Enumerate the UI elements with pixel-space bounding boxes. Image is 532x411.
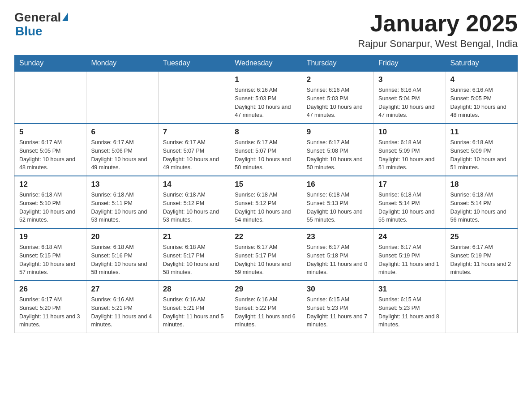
calendar-cell: 5Sunrise: 6:17 AMSunset: 5:05 PMDaylight… (15, 124, 86, 176)
title-block: January 2025 Rajpur Sonarpur, West Benga… (358, 11, 518, 50)
day-info: Sunrise: 6:18 AMSunset: 5:09 PMDaylight:… (378, 138, 441, 172)
week-row-1: 1Sunrise: 6:16 AMSunset: 5:03 PMDaylight… (15, 71, 518, 124)
day-number: 12 (19, 180, 82, 189)
header-thursday: Thursday (302, 56, 373, 72)
day-number: 20 (91, 232, 153, 241)
calendar-cell: 10Sunrise: 6:18 AMSunset: 5:09 PMDayligh… (374, 124, 446, 176)
calendar-cell (86, 71, 158, 124)
calendar-cell: 2Sunrise: 6:16 AMSunset: 5:03 PMDaylight… (302, 71, 373, 124)
calendar-cell: 3Sunrise: 6:16 AMSunset: 5:04 PMDaylight… (374, 71, 446, 124)
logo-general-text: General (14, 11, 61, 25)
week-row-5: 26Sunrise: 6:17 AMSunset: 5:20 PMDayligh… (15, 281, 518, 333)
day-info: Sunrise: 6:18 AMSunset: 5:12 PMDaylight:… (163, 191, 225, 224)
day-number: 16 (307, 180, 369, 189)
day-info: Sunrise: 6:18 AMSunset: 5:14 PMDaylight:… (450, 191, 513, 224)
calendar-cell: 29Sunrise: 6:16 AMSunset: 5:22 PMDayligh… (230, 281, 302, 333)
day-info: Sunrise: 6:17 AMSunset: 5:07 PMDaylight:… (163, 138, 225, 172)
header-friday: Friday (374, 56, 446, 72)
day-number: 8 (235, 128, 297, 137)
calendar-cell: 26Sunrise: 6:17 AMSunset: 5:20 PMDayligh… (15, 281, 86, 333)
day-info: Sunrise: 6:17 AMSunset: 5:17 PMDaylight:… (235, 243, 297, 277)
header-monday: Monday (86, 56, 158, 72)
day-number: 22 (235, 232, 297, 241)
calendar-cell: 16Sunrise: 6:18 AMSunset: 5:13 PMDayligh… (302, 176, 373, 228)
day-info: Sunrise: 6:18 AMSunset: 5:14 PMDaylight:… (378, 191, 441, 224)
day-info: Sunrise: 6:15 AMSunset: 5:23 PMDaylight:… (307, 295, 369, 329)
calendar-cell: 30Sunrise: 6:15 AMSunset: 5:23 PMDayligh… (302, 281, 373, 333)
logo-triangle-icon (62, 13, 68, 21)
page-title: January 2025 (358, 11, 518, 36)
calendar-cell: 15Sunrise: 6:18 AMSunset: 5:12 PMDayligh… (230, 176, 302, 228)
calendar-cell: 18Sunrise: 6:18 AMSunset: 5:14 PMDayligh… (446, 176, 517, 228)
day-info: Sunrise: 6:17 AMSunset: 5:08 PMDaylight:… (307, 138, 369, 172)
calendar-cell: 6Sunrise: 6:17 AMSunset: 5:06 PMDaylight… (86, 124, 158, 176)
calendar-cell: 9Sunrise: 6:17 AMSunset: 5:08 PMDaylight… (302, 124, 373, 176)
day-info: Sunrise: 6:17 AMSunset: 5:05 PMDaylight:… (19, 138, 82, 172)
day-info: Sunrise: 6:17 AMSunset: 5:18 PMDaylight:… (307, 243, 369, 277)
day-number: 17 (378, 180, 441, 189)
day-number: 1 (235, 75, 297, 84)
day-number: 14 (163, 180, 225, 189)
day-number: 10 (378, 128, 441, 137)
calendar-cell: 25Sunrise: 6:17 AMSunset: 5:19 PMDayligh… (446, 228, 517, 281)
calendar-cell: 1Sunrise: 6:16 AMSunset: 5:03 PMDaylight… (230, 71, 302, 124)
day-number: 4 (450, 75, 513, 84)
calendar-cell (158, 71, 230, 124)
day-number: 23 (307, 232, 369, 241)
day-info: Sunrise: 6:15 AMSunset: 5:23 PMDaylight:… (378, 295, 441, 329)
day-info: Sunrise: 6:17 AMSunset: 5:19 PMDaylight:… (450, 243, 513, 277)
day-number: 13 (91, 180, 153, 189)
day-number: 15 (235, 180, 297, 189)
calendar-cell: 22Sunrise: 6:17 AMSunset: 5:17 PMDayligh… (230, 228, 302, 281)
day-number: 27 (91, 285, 153, 294)
day-number: 21 (163, 232, 225, 241)
calendar-cell: 13Sunrise: 6:18 AMSunset: 5:11 PMDayligh… (86, 176, 158, 228)
day-info: Sunrise: 6:16 AMSunset: 5:04 PMDaylight:… (378, 86, 441, 120)
day-info: Sunrise: 6:18 AMSunset: 5:15 PMDaylight:… (19, 243, 82, 277)
day-info: Sunrise: 6:18 AMSunset: 5:17 PMDaylight:… (163, 243, 225, 277)
day-number: 29 (235, 285, 297, 294)
day-info: Sunrise: 6:17 AMSunset: 5:06 PMDaylight:… (91, 138, 153, 172)
day-number: 18 (450, 180, 513, 189)
logo: General Blue (14, 11, 68, 39)
day-number: 26 (19, 285, 82, 294)
calendar-cell: 28Sunrise: 6:16 AMSunset: 5:21 PMDayligh… (158, 281, 230, 333)
day-number: 31 (378, 285, 441, 294)
calendar-cell: 23Sunrise: 6:17 AMSunset: 5:18 PMDayligh… (302, 228, 373, 281)
calendar-table: SundayMondayTuesdayWednesdayThursdayFrid… (14, 55, 518, 333)
calendar-cell: 20Sunrise: 6:18 AMSunset: 5:16 PMDayligh… (86, 228, 158, 281)
day-number: 9 (307, 128, 369, 137)
calendar-cell: 31Sunrise: 6:15 AMSunset: 5:23 PMDayligh… (374, 281, 446, 333)
day-number: 11 (450, 128, 513, 137)
calendar-cell: 14Sunrise: 6:18 AMSunset: 5:12 PMDayligh… (158, 176, 230, 228)
header-saturday: Saturday (446, 56, 517, 72)
calendar-cell: 8Sunrise: 6:17 AMSunset: 5:07 PMDaylight… (230, 124, 302, 176)
day-info: Sunrise: 6:17 AMSunset: 5:07 PMDaylight:… (235, 138, 297, 172)
day-info: Sunrise: 6:18 AMSunset: 5:16 PMDaylight:… (91, 243, 153, 277)
week-row-2: 5Sunrise: 6:17 AMSunset: 5:05 PMDaylight… (15, 124, 518, 176)
header-tuesday: Tuesday (158, 56, 230, 72)
week-row-4: 19Sunrise: 6:18 AMSunset: 5:15 PMDayligh… (15, 228, 518, 281)
day-info: Sunrise: 6:18 AMSunset: 5:10 PMDaylight:… (19, 191, 82, 224)
calendar-cell (15, 71, 86, 124)
day-number: 30 (307, 285, 369, 294)
day-info: Sunrise: 6:16 AMSunset: 5:03 PMDaylight:… (307, 86, 369, 120)
day-number: 6 (91, 128, 153, 137)
calendar-cell: 21Sunrise: 6:18 AMSunset: 5:17 PMDayligh… (158, 228, 230, 281)
day-info: Sunrise: 6:18 AMSunset: 5:09 PMDaylight:… (450, 138, 513, 172)
logo-blue-text: Blue (15, 25, 68, 39)
calendar-cell: 19Sunrise: 6:18 AMSunset: 5:15 PMDayligh… (15, 228, 86, 281)
day-number: 5 (19, 128, 82, 137)
day-info: Sunrise: 6:16 AMSunset: 5:22 PMDaylight:… (235, 295, 297, 329)
calendar-cell: 17Sunrise: 6:18 AMSunset: 5:14 PMDayligh… (374, 176, 446, 228)
calendar-cell: 12Sunrise: 6:18 AMSunset: 5:10 PMDayligh… (15, 176, 86, 228)
day-info: Sunrise: 6:18 AMSunset: 5:11 PMDaylight:… (91, 191, 153, 224)
day-info: Sunrise: 6:16 AMSunset: 5:03 PMDaylight:… (235, 86, 297, 120)
day-number: 3 (378, 75, 441, 84)
day-number: 19 (19, 232, 82, 241)
day-info: Sunrise: 6:16 AMSunset: 5:21 PMDaylight:… (163, 295, 225, 329)
day-info: Sunrise: 6:18 AMSunset: 5:12 PMDaylight:… (235, 191, 297, 224)
week-row-3: 12Sunrise: 6:18 AMSunset: 5:10 PMDayligh… (15, 176, 518, 228)
header-sunday: Sunday (15, 56, 86, 72)
calendar-cell: 7Sunrise: 6:17 AMSunset: 5:07 PMDaylight… (158, 124, 230, 176)
